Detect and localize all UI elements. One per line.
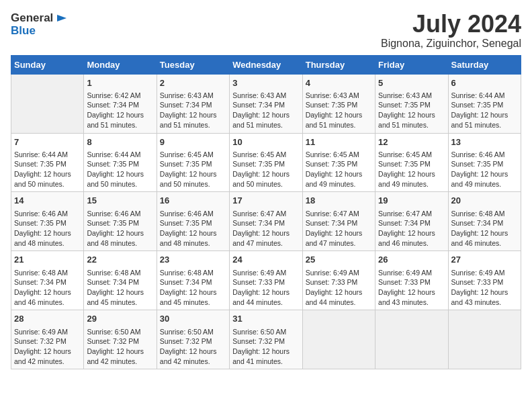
day-info: Sunrise: 6:50 AMSunset: 7:32 PMDaylight:… (232, 327, 299, 367)
week-row-4: 21Sunrise: 6:48 AMSunset: 7:34 PMDayligh… (11, 251, 521, 310)
calendar-cell (448, 310, 521, 369)
calendar-cell: 9Sunrise: 6:45 AMSunset: 7:35 PMDaylight… (157, 133, 229, 192)
day-info: Sunrise: 6:46 AMSunset: 7:35 PMDaylight:… (87, 209, 153, 248)
logo-triangle-icon (54, 11, 69, 26)
day-number: 11 (306, 136, 372, 148)
calendar-cell: 31Sunrise: 6:50 AMSunset: 7:32 PMDayligh… (230, 310, 302, 369)
day-number: 14 (14, 195, 81, 207)
day-number: 28 (14, 313, 81, 325)
day-number: 24 (232, 254, 299, 266)
calendar-cell: 29Sunrise: 6:50 AMSunset: 7:32 PMDayligh… (84, 310, 157, 369)
svg-marker-0 (57, 15, 66, 21)
day-number: 15 (87, 195, 153, 207)
calendar-cell: 2Sunrise: 6:43 AMSunset: 7:34 PMDaylight… (157, 74, 229, 133)
day-number: 26 (378, 254, 445, 266)
day-number: 19 (378, 195, 445, 207)
day-header-saturday: Saturday (448, 55, 521, 74)
day-number: 3 (232, 77, 299, 89)
calendar-cell: 22Sunrise: 6:48 AMSunset: 7:34 PMDayligh… (84, 251, 157, 310)
day-number: 6 (451, 77, 518, 89)
day-number: 22 (87, 254, 153, 266)
calendar-cell: 27Sunrise: 6:49 AMSunset: 7:33 PMDayligh… (448, 251, 521, 310)
calendar-cell: 26Sunrise: 6:49 AMSunset: 7:33 PMDayligh… (375, 251, 448, 310)
calendar-cell: 4Sunrise: 6:43 AMSunset: 7:35 PMDaylight… (302, 74, 375, 133)
calendar-table: SundayMondayTuesdayWednesdayThursdayFrid… (11, 55, 521, 370)
day-info: Sunrise: 6:46 AMSunset: 7:35 PMDaylight:… (451, 150, 518, 189)
day-info: Sunrise: 6:49 AMSunset: 7:33 PMDaylight:… (378, 268, 445, 308)
day-number: 12 (378, 136, 445, 148)
day-info: Sunrise: 6:49 AMSunset: 7:33 PMDaylight:… (451, 268, 518, 308)
location-subtitle: Bignona, Ziguinchor, Senegal (381, 38, 521, 50)
calendar-cell (302, 310, 375, 369)
title-area: July 2024 Bignona, Ziguinchor, Senegal (381, 11, 521, 50)
day-info: Sunrise: 6:45 AMSunset: 7:35 PMDaylight:… (378, 150, 445, 189)
day-number: 7 (14, 136, 81, 148)
day-info: Sunrise: 6:43 AMSunset: 7:34 PMDaylight:… (160, 91, 226, 130)
day-info: Sunrise: 6:46 AMSunset: 7:35 PMDaylight:… (160, 209, 226, 248)
calendar-cell: 19Sunrise: 6:47 AMSunset: 7:34 PMDayligh… (375, 192, 448, 251)
calendar-cell: 21Sunrise: 6:48 AMSunset: 7:34 PMDayligh… (11, 251, 84, 310)
calendar-cell: 6Sunrise: 6:44 AMSunset: 7:35 PMDaylight… (448, 74, 521, 133)
logo: General Blue (11, 11, 69, 38)
day-info: Sunrise: 6:49 AMSunset: 7:33 PMDaylight:… (232, 268, 299, 308)
week-row-2: 7Sunrise: 6:44 AMSunset: 7:35 PMDaylight… (11, 133, 521, 192)
day-number: 8 (87, 136, 153, 148)
calendar-cell: 12Sunrise: 6:45 AMSunset: 7:35 PMDayligh… (375, 133, 448, 192)
week-row-5: 28Sunrise: 6:49 AMSunset: 7:32 PMDayligh… (11, 310, 521, 369)
day-number: 21 (14, 254, 81, 266)
day-number: 13 (451, 136, 518, 148)
calendar-cell: 10Sunrise: 6:45 AMSunset: 7:35 PMDayligh… (230, 133, 302, 192)
week-row-3: 14Sunrise: 6:46 AMSunset: 7:35 PMDayligh… (11, 192, 521, 251)
calendar-cell: 8Sunrise: 6:44 AMSunset: 7:35 PMDaylight… (84, 133, 157, 192)
calendar-cell (11, 74, 84, 133)
calendar-cell: 30Sunrise: 6:50 AMSunset: 7:32 PMDayligh… (157, 310, 229, 369)
day-number: 5 (378, 77, 445, 89)
day-header-thursday: Thursday (302, 55, 375, 74)
day-number: 10 (232, 136, 299, 148)
calendar-cell: 14Sunrise: 6:46 AMSunset: 7:35 PMDayligh… (11, 192, 84, 251)
day-info: Sunrise: 6:48 AMSunset: 7:34 PMDaylight:… (451, 209, 518, 248)
day-info: Sunrise: 6:44 AMSunset: 7:35 PMDaylight:… (14, 150, 81, 189)
day-info: Sunrise: 6:46 AMSunset: 7:35 PMDaylight:… (14, 209, 81, 248)
day-info: Sunrise: 6:47 AMSunset: 7:34 PMDaylight:… (306, 209, 372, 248)
day-info: Sunrise: 6:43 AMSunset: 7:35 PMDaylight:… (378, 91, 445, 130)
day-header-wednesday: Wednesday (230, 55, 302, 74)
day-number: 18 (306, 195, 372, 207)
day-info: Sunrise: 6:50 AMSunset: 7:32 PMDaylight:… (160, 327, 226, 367)
logo-blue: Blue (11, 24, 69, 38)
day-header-friday: Friday (375, 55, 448, 74)
day-number: 17 (232, 195, 299, 207)
calendar-cell: 5Sunrise: 6:43 AMSunset: 7:35 PMDaylight… (375, 74, 448, 133)
day-number: 9 (160, 136, 226, 148)
calendar-body: 1Sunrise: 6:42 AMSunset: 7:34 PMDaylight… (11, 74, 521, 369)
calendar-cell: 1Sunrise: 6:42 AMSunset: 7:34 PMDaylight… (84, 74, 157, 133)
day-number: 27 (451, 254, 518, 266)
day-info: Sunrise: 6:44 AMSunset: 7:35 PMDaylight:… (87, 150, 153, 189)
day-number: 4 (306, 77, 372, 89)
day-info: Sunrise: 6:49 AMSunset: 7:32 PMDaylight:… (14, 327, 81, 367)
calendar-cell: 25Sunrise: 6:49 AMSunset: 7:33 PMDayligh… (302, 251, 375, 310)
day-info: Sunrise: 6:50 AMSunset: 7:32 PMDaylight:… (87, 327, 153, 367)
day-header-sunday: Sunday (11, 55, 84, 74)
day-info: Sunrise: 6:42 AMSunset: 7:34 PMDaylight:… (87, 91, 153, 130)
calendar-cell (375, 310, 448, 369)
day-info: Sunrise: 6:49 AMSunset: 7:33 PMDaylight:… (306, 268, 372, 308)
calendar-cell: 16Sunrise: 6:46 AMSunset: 7:35 PMDayligh… (157, 192, 229, 251)
day-info: Sunrise: 6:44 AMSunset: 7:35 PMDaylight:… (451, 91, 518, 130)
day-info: Sunrise: 6:43 AMSunset: 7:35 PMDaylight:… (306, 91, 372, 130)
day-number: 20 (451, 195, 518, 207)
day-info: Sunrise: 6:48 AMSunset: 7:34 PMDaylight:… (14, 268, 81, 308)
calendar-cell: 24Sunrise: 6:49 AMSunset: 7:33 PMDayligh… (230, 251, 302, 310)
day-info: Sunrise: 6:48 AMSunset: 7:34 PMDaylight:… (87, 268, 153, 308)
day-info: Sunrise: 6:45 AMSunset: 7:35 PMDaylight:… (306, 150, 372, 189)
logo-general: General (11, 11, 53, 25)
month-year-title: July 2024 (381, 11, 521, 38)
day-number: 31 (232, 313, 299, 325)
day-info: Sunrise: 6:47 AMSunset: 7:34 PMDaylight:… (232, 209, 299, 248)
day-number: 2 (160, 77, 226, 89)
calendar-cell: 18Sunrise: 6:47 AMSunset: 7:34 PMDayligh… (302, 192, 375, 251)
week-row-1: 1Sunrise: 6:42 AMSunset: 7:34 PMDaylight… (11, 74, 521, 133)
calendar-cell: 20Sunrise: 6:48 AMSunset: 7:34 PMDayligh… (448, 192, 521, 251)
logo-text-block: General Blue (11, 11, 69, 38)
calendar-cell: 13Sunrise: 6:46 AMSunset: 7:35 PMDayligh… (448, 133, 521, 192)
